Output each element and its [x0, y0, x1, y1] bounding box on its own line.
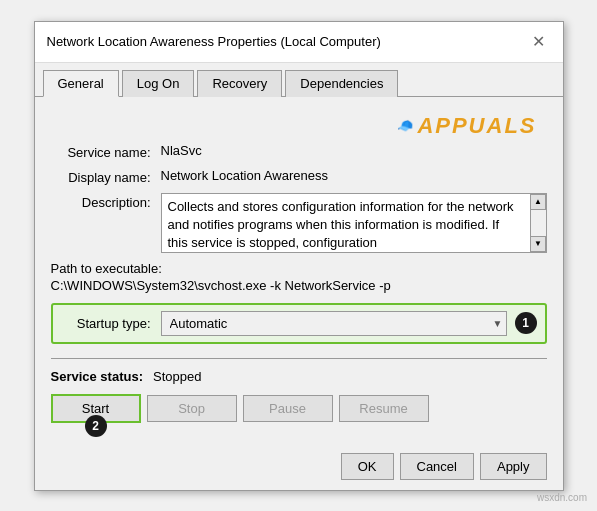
logo-area: 🧢 APPUALS	[51, 113, 547, 139]
tab-general[interactable]: General	[43, 70, 119, 97]
status-label: Service status:	[51, 369, 144, 384]
title-bar: Network Location Awareness Properties (L…	[35, 22, 563, 63]
description-text: Collects and stores configuration inform…	[168, 198, 540, 253]
service-name-label: Service name:	[51, 143, 161, 160]
description-row: Description: Collects and stores configu…	[51, 193, 547, 253]
appuals-logo: APPUALS	[417, 113, 536, 139]
watermark: wsxdn.com	[537, 492, 587, 503]
dialog-title: Network Location Awareness Properties (L…	[47, 34, 381, 49]
action-button-row: Start 2 Stop Pause Resume	[51, 394, 547, 423]
display-name-label: Display name:	[51, 168, 161, 185]
service-name-row: Service name: NlaSvc	[51, 143, 547, 160]
tab-dependencies[interactable]: Dependencies	[285, 70, 398, 97]
path-section: Path to executable: C:\WINDOWS\System32\…	[51, 261, 547, 293]
description-scrollbar[interactable]: ▲ ▼	[530, 194, 546, 252]
status-row: Service status: Stopped	[51, 369, 547, 384]
description-box: Collects and stores configuration inform…	[161, 193, 547, 253]
tab-logon[interactable]: Log On	[122, 70, 195, 97]
start-badge: 2	[85, 415, 107, 437]
startup-type-select[interactable]: Automatic Automatic (Delayed Start) Manu…	[161, 311, 507, 336]
close-button[interactable]: ✕	[527, 30, 551, 54]
dialog-footer: OK Cancel Apply	[35, 445, 563, 490]
startup-row: Startup type: Automatic Automatic (Delay…	[51, 303, 547, 344]
divider	[51, 358, 547, 359]
resume-button[interactable]: Resume	[339, 395, 429, 422]
path-label: Path to executable:	[51, 261, 547, 276]
tab-bar: General Log On Recovery Dependencies	[35, 63, 563, 97]
status-value: Stopped	[153, 369, 201, 384]
start-button-wrapper: Start 2	[51, 394, 141, 423]
display-name-row: Display name: Network Location Awareness	[51, 168, 547, 185]
scroll-down-arrow[interactable]: ▼	[530, 236, 546, 252]
tab-recovery[interactable]: Recovery	[197, 70, 282, 97]
display-name-value: Network Location Awareness	[161, 168, 328, 183]
pause-button[interactable]: Pause	[243, 395, 333, 422]
ok-button[interactable]: OK	[341, 453, 394, 480]
startup-select-wrapper: Automatic Automatic (Delayed Start) Manu…	[161, 311, 507, 336]
tab-content: 🧢 APPUALS Service name: NlaSvc Display n…	[35, 97, 563, 445]
path-value: C:\WINDOWS\System32\svchost.exe -k Netwo…	[51, 278, 547, 293]
stop-button[interactable]: Stop	[147, 395, 237, 422]
startup-label: Startup type:	[61, 316, 161, 331]
apply-button[interactable]: Apply	[480, 453, 547, 480]
properties-dialog: Network Location Awareness Properties (L…	[34, 21, 564, 491]
description-label: Description:	[51, 193, 161, 210]
scroll-up-arrow[interactable]: ▲	[530, 194, 546, 210]
startup-badge: 1	[515, 312, 537, 334]
cancel-button[interactable]: Cancel	[400, 453, 474, 480]
service-name-value: NlaSvc	[161, 143, 202, 158]
